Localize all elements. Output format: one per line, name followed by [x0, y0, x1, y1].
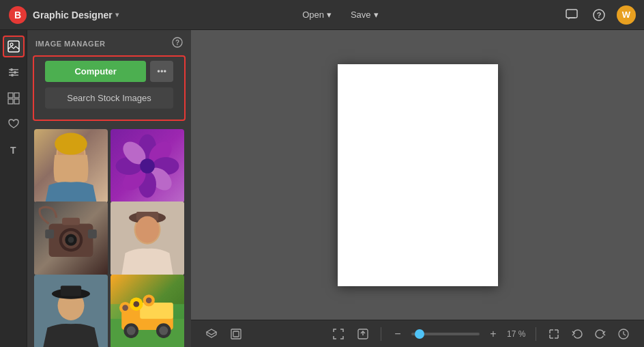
svg-point-63: [146, 297, 152, 303]
svg-point-12: [11, 74, 14, 77]
export-button[interactable]: [353, 324, 372, 344]
zoom-out-button[interactable]: −: [390, 326, 406, 342]
svg-point-55: [127, 326, 136, 335]
history-button[interactable]: [614, 324, 633, 344]
icon-bar: T: [0, 30, 27, 347]
search-stock-section: Search Stock Images: [38, 87, 180, 115]
svg-rect-13: [8, 93, 13, 98]
text-tool[interactable]: T: [3, 139, 25, 161]
layers-button[interactable]: [202, 324, 221, 344]
save-chevron: ▾: [374, 10, 379, 20]
zoom-minus-icon: −: [394, 328, 400, 340]
chat-button[interactable]: [562, 5, 581, 25]
panel-help-button[interactable]: ?: [172, 37, 183, 50]
topbar-center: Open ▾ Save ▾: [295, 7, 385, 23]
fit-to-screen-button[interactable]: [544, 324, 564, 344]
svg-text:?: ?: [175, 39, 179, 46]
separator: [381, 327, 381, 341]
topbar: B Graphic Designer ▾ Open ▾ Save ▾ ?: [0, 0, 644, 30]
svg-point-10: [10, 68, 13, 71]
search-stock-label: Search Stock Images: [67, 93, 151, 103]
computer-btn-label: Computer: [74, 66, 116, 77]
svg-text:T: T: [10, 145, 16, 156]
canvas-page: [338, 64, 498, 286]
svg-rect-16: [14, 99, 19, 104]
help-button[interactable]: ?: [589, 5, 609, 25]
open-button[interactable]: Open ▾: [295, 7, 338, 23]
svg-rect-49: [61, 286, 81, 296]
search-stock-button[interactable]: Search Stock Images: [45, 87, 173, 109]
main-area: T IMAGE MANAGER ? Computer •••: [0, 30, 644, 347]
svg-rect-35: [88, 230, 97, 238]
fit-button[interactable]: [329, 324, 348, 344]
open-chevron: ▾: [327, 10, 332, 20]
zoom-level: 17 %: [507, 329, 527, 339]
svg-rect-5: [8, 41, 19, 52]
list-item[interactable]: [111, 202, 184, 275]
svg-rect-34: [45, 230, 54, 238]
save-button[interactable]: Save ▾: [344, 7, 385, 23]
svg-rect-53: [140, 303, 173, 319]
app-logo: B: [8, 5, 27, 25]
svg-rect-65: [233, 331, 239, 337]
more-options-button[interactable]: •••: [150, 61, 173, 82]
panel-header: IMAGE MANAGER ?: [27, 30, 191, 55]
redo-button[interactable]: [591, 324, 610, 344]
save-label: Save: [351, 10, 371, 20]
svg-point-45: [136, 217, 160, 243]
upload-search-section: Computer ••• Search Stock Images: [33, 55, 186, 121]
svg-point-39: [68, 237, 74, 243]
panel-title: IMAGE MANAGER: [35, 40, 105, 48]
undo-button[interactable]: [568, 324, 587, 344]
svg-point-59: [122, 305, 128, 311]
topbar-right: ? W: [562, 5, 636, 25]
svg-rect-15: [8, 99, 13, 104]
app-title[interactable]: Graphic Designer ▾: [33, 10, 119, 20]
svg-rect-40: [62, 218, 80, 225]
separator2: [536, 327, 536, 341]
svg-rect-14: [14, 93, 19, 98]
more-btn-label: •••: [157, 66, 166, 77]
user-avatar[interactable]: W: [617, 5, 636, 25]
images-tool[interactable]: [3, 36, 25, 57]
svg-point-32: [140, 158, 155, 174]
app-title-chevron: ▾: [115, 11, 119, 18]
svg-point-61: [133, 301, 139, 307]
avatar-letter: W: [622, 10, 630, 20]
svg-text:B: B: [14, 10, 21, 20]
app-title-text: Graphic Designer: [33, 10, 113, 20]
grid-tool[interactable]: [3, 87, 25, 109]
list-item[interactable]: [34, 129, 108, 203]
zoom-plus-icon: +: [490, 328, 496, 340]
bottom-bar: − + 17 %: [191, 320, 644, 347]
svg-point-57: [159, 326, 168, 335]
canvas-area: − + 17 %: [191, 30, 644, 347]
zoom-in-button[interactable]: +: [485, 326, 501, 342]
list-item[interactable]: [111, 129, 184, 203]
frames-button[interactable]: [226, 324, 246, 344]
svg-text:?: ?: [597, 11, 602, 19]
svg-point-22: [55, 133, 87, 154]
list-item[interactable]: [34, 275, 108, 347]
svg-point-6: [10, 43, 13, 46]
image-manager-panel: IMAGE MANAGER ? Computer ••• Search: [27, 30, 191, 347]
bottom-right-buttons: [544, 324, 633, 344]
image-grid: [27, 126, 191, 347]
open-label: Open: [302, 10, 324, 20]
upload-section: Computer •••: [38, 61, 180, 87]
svg-rect-2: [566, 10, 577, 18]
list-item[interactable]: [111, 275, 184, 347]
computer-upload-button[interactable]: Computer: [45, 61, 146, 82]
list-item[interactable]: [34, 202, 108, 275]
adjustments-tool[interactable]: [3, 61, 25, 83]
svg-rect-64: [231, 329, 241, 339]
zoom-slider[interactable]: [411, 333, 480, 335]
canvas-workspace[interactable]: [191, 30, 644, 320]
favorites-tool[interactable]: [3, 113, 25, 135]
svg-point-11: [14, 71, 16, 74]
